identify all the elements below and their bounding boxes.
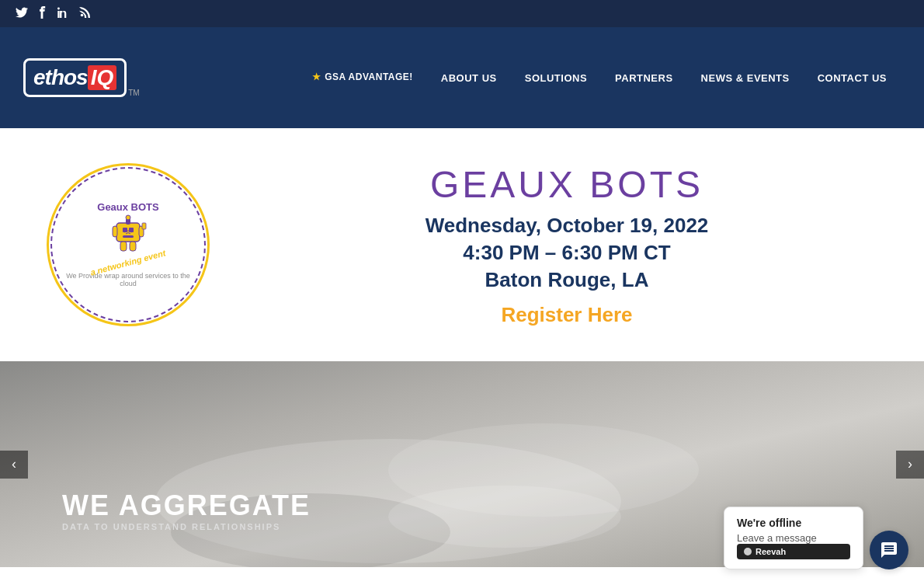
hero-title: WE AGGREGATE — [62, 489, 311, 522]
navbar: ethos IQ TM ★ GSA ADVANTAGE! ABOUT US SO… — [0, 27, 924, 128]
chat-open-button[interactable] — [870, 531, 908, 567]
twitter-icon[interactable] — [16, 7, 28, 20]
svg-point-17 — [744, 548, 752, 555]
facebook-icon[interactable] — [39, 6, 47, 21]
chat-action: Leave a message — [737, 532, 850, 544]
svg-rect-10 — [130, 242, 136, 251]
event-location: Baton Rouge, LA — [256, 268, 877, 292]
event-logo-cloud-text: We Provide wrap around services to the c… — [60, 272, 196, 289]
svg-point-6 — [126, 215, 130, 220]
svg-point-16 — [388, 486, 621, 548]
chat-widget: We're offline Leave a message Reevah — [724, 507, 908, 567]
event-title: GEAUX BOTS — [256, 163, 877, 206]
svg-rect-11 — [142, 223, 146, 229]
star-icon: ★ — [312, 71, 321, 84]
event-details: GEAUX BOTS Wednesday, October 19, 2022 4… — [256, 163, 877, 327]
svg-rect-7 — [113, 226, 117, 237]
event-logo-top-text: Geaux BOTS — [97, 201, 158, 214]
register-link[interactable]: Register Here — [501, 303, 632, 326]
nav-news[interactable]: NEWS & EVENTS — [687, 64, 804, 92]
svg-rect-9 — [120, 242, 127, 251]
chat-bubble[interactable]: We're offline Leave a message Reevah — [724, 507, 863, 567]
nav-links: ★ GSA ADVANTAGE! ABOUT US SOLUTIONS PART… — [171, 64, 901, 92]
nav-contact[interactable]: CONTACT US — [804, 64, 901, 92]
robot-icon — [109, 214, 148, 256]
logo[interactable]: ethos IQ TM — [23, 58, 140, 97]
nav-solutions[interactable]: SOLUTIONS — [511, 64, 601, 92]
chat-brand: Reevah — [737, 544, 850, 559]
carousel-next-button[interactable]: › — [896, 451, 924, 479]
hero-subtitle: DATA TO UNDERSTAND RELATIONSHIPS — [62, 522, 311, 531]
nav-partners[interactable]: PARTNERS — [601, 64, 687, 92]
linkedin-icon[interactable] — [57, 7, 68, 20]
event-date: Wednesday, October 19, 2022 — [256, 214, 877, 238]
social-bar — [0, 0, 924, 27]
chat-status: We're offline — [737, 517, 850, 529]
logo-ethos-text: ethos — [33, 65, 88, 90]
nav-about[interactable]: ABOUT US — [427, 64, 511, 92]
nav-gsa[interactable]: ★ GSA ADVANTAGE! — [298, 64, 427, 92]
logo-tm: TM — [128, 89, 139, 97]
event-logo-inner: Geaux BOTS a networking event We — [50, 167, 206, 322]
svg-point-0 — [81, 14, 84, 17]
carousel-prev-button[interactable]: ‹ — [0, 451, 28, 479]
svg-rect-4 — [123, 235, 134, 238]
event-section: Geaux BOTS a networking event We — [0, 128, 924, 361]
hero-content: WE AGGREGATE DATA TO UNDERSTAND RELATION… — [62, 489, 311, 536]
logo-box: ethos IQ — [23, 58, 127, 97]
rss-icon[interactable] — [79, 7, 90, 20]
logo-iq-text: IQ — [88, 65, 117, 90]
event-time: 4:30 PM – 6:30 PM CT — [256, 241, 877, 265]
event-logo: Geaux BOTS a networking event We — [47, 163, 210, 326]
